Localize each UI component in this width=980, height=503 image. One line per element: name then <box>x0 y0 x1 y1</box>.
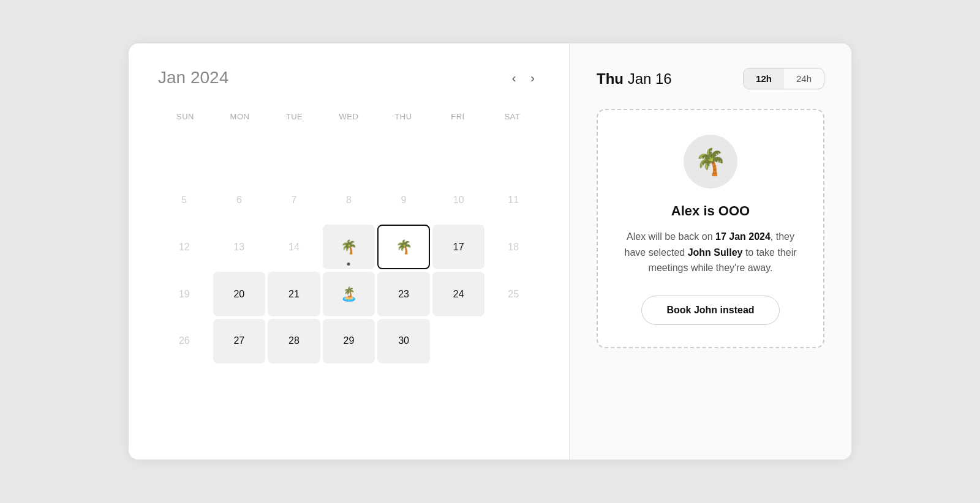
day-header-sun: SUN <box>158 110 213 124</box>
day-header-thu: THU <box>376 110 431 124</box>
main-container: Jan 2024 ‹ › SUN MON TUE WED THU FRI SAT… <box>129 43 851 460</box>
calendar-day: 7 <box>268 178 320 223</box>
calendar-day: 9 <box>377 178 430 223</box>
day-header-sat: SAT <box>485 110 540 124</box>
day-header-fri: FRI <box>431 110 485 124</box>
day-header-mon: MON <box>213 110 267 124</box>
calendar-day: 25 <box>487 272 540 316</box>
calendar-year: 2024 <box>190 68 228 87</box>
calendar-day: 17 <box>432 225 485 269</box>
calendar-day: 6 <box>213 178 266 223</box>
calendar-day[interactable]: 20 <box>213 272 266 316</box>
prev-month-button[interactable]: ‹ <box>507 69 521 86</box>
24h-button[interactable]: 24h <box>784 69 824 89</box>
day-header-wed: WED <box>322 110 376 124</box>
calendar-day: 26 <box>158 319 211 363</box>
calendar-day <box>432 131 485 176</box>
avatar-emoji: 🌴 <box>695 147 726 177</box>
calendar-day[interactable]: 🌴 <box>377 225 430 269</box>
ooo-icon: 🏝️ <box>341 286 357 302</box>
calendar-day: 19 <box>158 272 211 316</box>
calendar-day: 5 <box>158 178 211 223</box>
calendar-day: 11 <box>487 178 540 223</box>
calendar-day: 🏝️ <box>323 272 375 316</box>
detail-panel: Thu Jan 16 12h 24h 🌴 Alex is OOO Alex wi… <box>570 43 851 460</box>
calendar-day <box>487 319 540 363</box>
time-toggle: 12h 24h <box>743 68 824 89</box>
calendar-day <box>158 131 211 176</box>
calendar-title: Jan 2024 <box>158 68 228 88</box>
avatar: 🌴 <box>684 135 737 188</box>
calendar-header: Jan 2024 ‹ › <box>158 68 540 88</box>
calendar-day[interactable]: 24 <box>432 272 485 316</box>
calendar-day[interactable]: 23 <box>377 272 430 316</box>
calendar-day: 18 <box>487 225 540 269</box>
calendar-day <box>323 131 375 176</box>
12h-button[interactable]: 12h <box>744 69 784 89</box>
calendar-day: 14 <box>268 225 320 269</box>
calendar-day <box>432 319 485 363</box>
detail-date-text: Jan 16 <box>628 70 672 87</box>
detail-header: Thu Jan 16 12h 24h <box>597 68 824 89</box>
day-header-tue: TUE <box>267 110 322 124</box>
calendar-day: 🌴 <box>323 225 375 269</box>
calendar-day[interactable]: 27 <box>213 319 266 363</box>
calendar-day: 8 <box>323 178 375 223</box>
detail-day: Thu <box>597 70 624 87</box>
calendar-month: Jan <box>158 68 186 87</box>
ooo-description-bold: 17 Jan 2024 <box>715 231 771 242</box>
calendar-day: 12 <box>158 225 211 269</box>
calendar-day <box>487 131 540 176</box>
event-dot <box>347 263 350 266</box>
calendar-day: 13 <box>213 225 266 269</box>
nav-buttons: ‹ › <box>507 69 540 86</box>
calendar-day <box>377 131 430 176</box>
ooo-description-bold: John Sulley <box>688 247 743 258</box>
calendar-day[interactable]: 21 <box>268 272 320 316</box>
ooo-description: Alex will be back on 17 Jan 2024, they h… <box>617 229 804 276</box>
book-john-button[interactable]: Book John instead <box>641 296 779 325</box>
next-month-button[interactable]: › <box>526 69 540 86</box>
ooo-title: Alex is OOO <box>671 203 750 219</box>
ooo-icon: 🌴 <box>341 239 357 255</box>
calendar-day[interactable]: 29 <box>323 319 375 363</box>
calendar-day[interactable]: 28 <box>268 319 320 363</box>
calendar-day <box>213 131 266 176</box>
ooo-card: 🌴 Alex is OOO Alex will be back on 17 Ja… <box>597 109 824 348</box>
calendar-day: 10 <box>432 178 485 223</box>
calendar-panel: Jan 2024 ‹ › SUN MON TUE WED THU FRI SAT… <box>129 43 570 460</box>
day-headers-row: SUN MON TUE WED THU FRI SAT <box>158 110 540 124</box>
calendar-day[interactable]: 30 <box>377 319 430 363</box>
detail-date: Thu Jan 16 <box>597 70 672 88</box>
calendar-day <box>268 131 320 176</box>
calendar-grid: 567891011121314🌴🌴1718192021🏝️23242526272… <box>158 131 540 363</box>
ooo-icon: 🌴 <box>396 239 412 255</box>
